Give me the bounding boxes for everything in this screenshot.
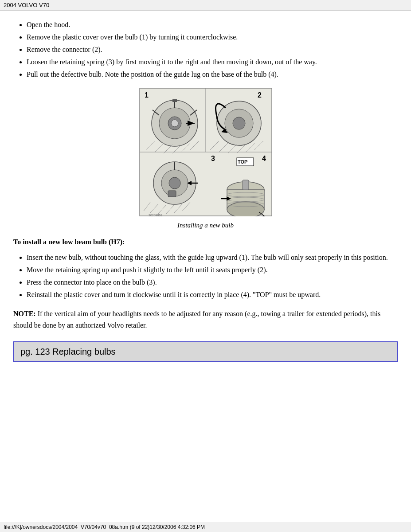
diagram-caption: Installing a new bulb [13, 222, 398, 229]
list-item: Press the connector into place on the bu… [27, 277, 398, 288]
svg-text:1: 1 [145, 91, 149, 99]
svg-text:2: 2 [258, 91, 262, 99]
svg-rect-54 [243, 180, 249, 190]
list-item: Remove the connector (2). [27, 44, 398, 55]
svg-point-12 [171, 120, 178, 127]
page-ref-box[interactable]: pg. 123 Replacing bulbs [13, 341, 398, 362]
svg-rect-38 [168, 191, 176, 197]
intro-bullet-list: Open the hood. Remove the plastic cover … [27, 20, 398, 80]
title-text: 2004 VOLVO V70 [4, 2, 49, 8]
svg-text:4: 4 [262, 155, 266, 162]
svg-point-36 [169, 177, 180, 189]
note-paragraph: NOTE: If the vertical aim of your headli… [13, 308, 398, 331]
status-bar: file:///K|/ownersdocs/2004/2004_V70/04v7… [0, 522, 411, 532]
install-bullet-list: Insert the new bulb, without touching th… [27, 252, 398, 300]
list-item: Open the hood. [27, 20, 398, 30]
svg-point-50 [227, 202, 264, 216]
install-heading: To install a new low beam bulb (H7): [13, 238, 398, 246]
list-item: Loosen the retaining spring (3) by first… [27, 57, 398, 67]
svg-rect-14 [172, 99, 177, 102]
svg-text:20209863: 20209863 [149, 214, 162, 216]
list-item: Insert the new bulb, without touching th… [27, 252, 398, 263]
list-item: Move the retaining spring up and push it… [27, 265, 398, 275]
status-text: file:///K|/ownersdocs/2004/2004_V70/04v7… [4, 524, 205, 530]
svg-point-26 [233, 117, 245, 129]
list-item: Remove the plastic cover over the bulb (… [27, 32, 398, 43]
main-content: Open the hood. Remove the plastic cover … [0, 11, 411, 371]
svg-text:TOP: TOP [238, 159, 247, 164]
list-item: Pull out the defective bulb. Note the po… [27, 69, 398, 80]
diagram-container: 1 2 3 4 TOP [13, 88, 398, 229]
note-label: NOTE: [13, 310, 36, 317]
list-item: Reinstall the plastic cover and turn it … [27, 289, 398, 300]
bulb-diagram: 1 2 3 4 TOP [139, 88, 272, 216]
note-body: If the vertical aim of your headlights n… [13, 310, 380, 329]
title-bar: 2004 VOLVO V70 [0, 0, 411, 11]
svg-text:3: 3 [211, 155, 215, 162]
